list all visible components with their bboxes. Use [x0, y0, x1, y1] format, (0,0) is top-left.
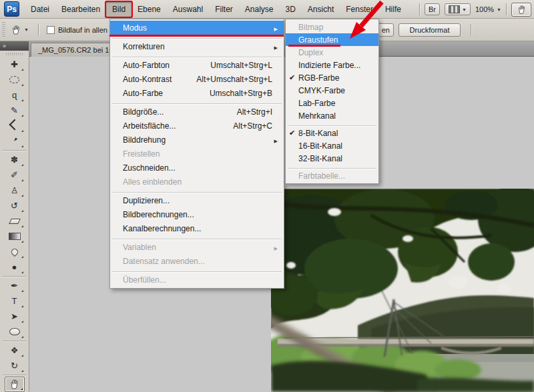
hand-tool[interactable] — [5, 377, 25, 392]
eyedropper-tool[interactable]: ❜ — [5, 133, 25, 149]
print-size-button[interactable]: Druckformat — [398, 23, 461, 37]
menu-item[interactable]: Mehrkanal — [286, 109, 378, 122]
grip-handle[interactable] — [6, 53, 23, 55]
menubar-item[interactable]: Ansicht — [302, 2, 340, 17]
submenu-arrow-icon — [272, 135, 278, 145]
submenu-arrow-icon — [272, 23, 278, 33]
tool-icon: ↻ — [11, 361, 18, 370]
bild-menu-items: Modus Korrekturen Auto-Farbton — [110, 21, 284, 287]
menu-item[interactable]: Farbtabelle... — [286, 169, 378, 182]
bridge-button[interactable]: Br — [425, 3, 440, 15]
hand-tool-button[interactable] — [511, 3, 531, 17]
gradient-tool[interactable] — [5, 229, 25, 244]
zoom-control[interactable]: 100% ▼ — [475, 5, 501, 13]
menu-item-label: Auto-Farbton — [123, 61, 198, 70]
scroll-all-windows-checkbox[interactable] — [47, 26, 55, 34]
menu-item[interactable]: Indizierte Farbe... — [286, 59, 378, 71]
menu-item[interactable] — [286, 122, 378, 127]
menu-item[interactable]: Bildberechnungen... — [110, 207, 284, 221]
panel-collapse-button[interactable]: » — [0, 41, 29, 51]
grip-handle[interactable] — [2, 22, 5, 38]
menu-item[interactable]: Zuschneiden... — [110, 161, 284, 175]
menu-item[interactable] — [110, 53, 284, 58]
menu-item[interactable] — [110, 268, 284, 273]
menu-item[interactable]: Überfüllen... — [110, 273, 284, 287]
submenu-arrow-icon — [272, 42, 278, 51]
menubar-item[interactable]: Analyse — [239, 2, 280, 17]
menu-item[interactable]: Freistellen — [110, 147, 284, 161]
menu-item[interactable]: Variablen — [110, 240, 284, 254]
menubar-item[interactable]: Auswahl — [167, 2, 209, 17]
menu-item[interactable]: Auto-Farbe Umschalt+Strg+B — [110, 86, 284, 100]
menu-item-label: Zuschneiden... — [123, 163, 260, 173]
menu-item[interactable]: 8-Bit-Kanal — [286, 127, 378, 139]
menu-item[interactable]: Alles einblenden — [110, 175, 284, 189]
menu-item[interactable]: Auto-Farbton Umschalt+Strg+L — [110, 58, 284, 72]
document-tab[interactable]: _MG_0576.CR2 bei 10 — [31, 43, 121, 57]
menubar-item[interactable]: Bearbeiten — [55, 2, 106, 17]
chevron-down-icon: ▼ — [497, 7, 501, 12]
menu-item[interactable]: Bilddrehung — [110, 133, 284, 147]
eraser-tool[interactable] — [5, 213, 25, 229]
menu-item[interactable]: Kanalberechnungen... — [110, 221, 284, 235]
burn-tool[interactable]: ● — [5, 259, 25, 275]
tool-icon — [9, 76, 19, 83]
tool-icon: ✒ — [11, 281, 18, 290]
menu-item[interactable]: Arbeitsfläche... Alt+Strg+C — [110, 119, 284, 133]
document-canvas[interactable] — [271, 189, 534, 392]
bild-menu: Modus Korrekturen Auto-Farbton — [109, 19, 284, 289]
pen-tool[interactable]: ✒ — [5, 278, 25, 293]
menu-item[interactable]: 16-Bit-Kanal — [286, 139, 378, 152]
menu-item[interactable]: Duplizieren... — [110, 193, 284, 207]
menubar-item[interactable]: Ebene — [131, 2, 167, 17]
menu-item[interactable]: Modus — [110, 21, 284, 35]
menu-item[interactable] — [110, 189, 284, 193]
separator — [471, 24, 471, 36]
menu-item-label: Überfüllen... — [123, 275, 260, 285]
tool-icon: ɋ — [12, 91, 17, 99]
menu-item[interactable]: Lab-Farbe — [286, 97, 378, 109]
tool-preset-picker[interactable]: ▼ — [11, 25, 29, 35]
menu-item[interactable] — [110, 100, 284, 105]
menu-item-label: Modus — [123, 23, 260, 33]
menubar-item[interactable]: Filter — [209, 2, 239, 17]
type-tool[interactable]: T — [5, 293, 25, 309]
tool-icon — [9, 247, 19, 256]
menu-item[interactable]: 32-Bit-Kanal — [286, 152, 378, 165]
menu-item[interactable] — [286, 165, 378, 169]
brush-tool[interactable]: ✐ — [5, 167, 25, 183]
shape-tool[interactable] — [5, 324, 25, 339]
path-selection-tool[interactable]: ➤ — [5, 309, 25, 324]
lasso-tool[interactable]: ɋ — [5, 87, 25, 103]
menu-item-label: Bildgröße... — [123, 107, 225, 117]
history-brush-tool[interactable]: ↺ — [5, 198, 25, 213]
menu-item[interactable]: Korrekturen — [110, 39, 284, 53]
move-tool[interactable]: ✚ — [5, 57, 25, 72]
menu-item[interactable] — [110, 235, 284, 240]
menu-item[interactable]: CMYK-Farbe — [286, 84, 378, 97]
tool-icon: ➤ — [11, 312, 18, 321]
crop-tool[interactable] — [5, 118, 25, 133]
3d-orbit-tool[interactable]: ↻ — [5, 358, 25, 373]
blur-tool[interactable] — [5, 244, 25, 259]
menu-item[interactable]: Datensatz anwenden... — [110, 254, 284, 268]
elliptical-marquee-tool[interactable] — [5, 72, 25, 87]
tool-icon: ❜ — [10, 136, 19, 146]
quick-selection-tool[interactable]: ✎ — [5, 103, 25, 118]
clone-stamp-tool[interactable]: ♙ — [5, 183, 25, 198]
menu-item-label: Auto-Farbe — [123, 89, 198, 98]
healing-brush-tool[interactable]: ✽ — [5, 152, 25, 167]
menubar-item[interactable]: Bild — [106, 2, 131, 17]
menu-item[interactable]: Auto-Kontrast Alt+Umschalt+Strg+L — [110, 72, 284, 86]
3d-rotate-tool[interactable]: ❖ — [5, 343, 25, 358]
menu-item[interactable]: RGB-Farbe — [286, 71, 378, 84]
screen-mode-button[interactable]: ▼ — [445, 3, 471, 15]
menubar-item[interactable]: 3D — [280, 2, 302, 17]
menubar-item[interactable]: Datei — [25, 2, 55, 17]
menu-item[interactable]: Duplex — [286, 46, 378, 59]
menu-item-label: 8-Bit-Kanal — [298, 129, 355, 138]
menu-item[interactable]: Bildgröße... Alt+Strg+I — [110, 105, 284, 119]
chevron-down-icon: ▼ — [24, 27, 29, 32]
tool-group-separator — [3, 375, 27, 375]
menu-item-label: Duplizieren... — [123, 196, 260, 205]
